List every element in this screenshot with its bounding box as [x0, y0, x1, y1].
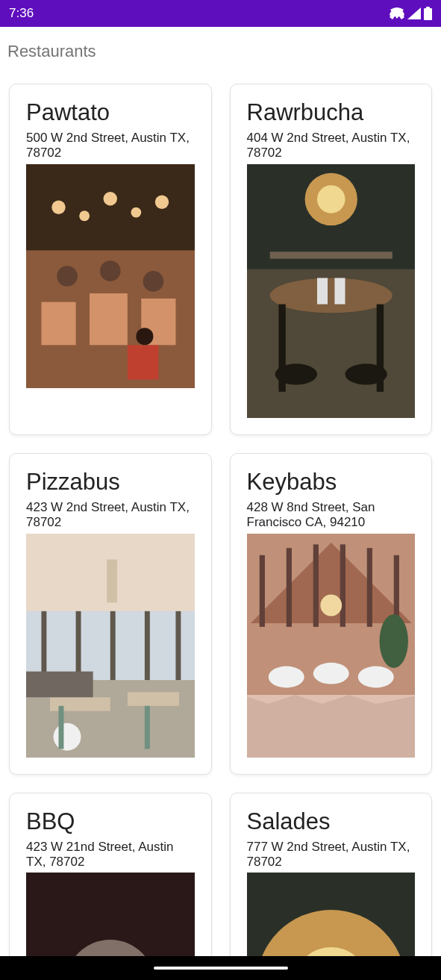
- svg-marker-53: [247, 695, 416, 758]
- svg-rect-10: [90, 293, 128, 345]
- svg-point-20: [316, 185, 345, 213]
- svg-point-5: [79, 210, 90, 221]
- svg-rect-9: [41, 302, 75, 345]
- restaurant-grid: Pawtato 500 W 2nd Street, Austin TX, 787…: [0, 69, 441, 980]
- page-title: Restaurants: [0, 27, 441, 69]
- svg-point-55: [313, 662, 348, 684]
- svg-rect-46: [259, 555, 264, 626]
- svg-point-4: [51, 200, 65, 213]
- svg-point-21: [269, 278, 392, 313]
- svg-rect-32: [41, 611, 46, 679]
- status-time: 7:36: [9, 6, 34, 21]
- svg-rect-27: [316, 278, 327, 304]
- svg-point-13: [100, 260, 121, 281]
- svg-rect-15: [128, 345, 159, 379]
- svg-rect-50: [366, 548, 372, 627]
- svg-point-25: [345, 363, 387, 384]
- restaurant-image: [26, 164, 195, 388]
- svg-rect-37: [107, 559, 117, 602]
- home-indicator[interactable]: [154, 967, 288, 970]
- svg-point-8: [155, 195, 169, 208]
- restaurant-name: Rawrbucha: [247, 99, 416, 126]
- restaurant-image: [247, 164, 416, 418]
- battery-icon: [424, 7, 432, 20]
- restaurant-name: BBQ: [26, 808, 195, 835]
- svg-rect-39: [128, 692, 179, 705]
- restaurant-address: 777 W 2nd Street, Austin TX, 78702: [247, 840, 416, 870]
- navigation-bar: [0, 956, 441, 980]
- svg-rect-42: [59, 705, 64, 749]
- restaurant-card[interactable]: Salades 777 W 2nd Street, Austin TX, 787…: [230, 793, 433, 980]
- status-bar: 7:36: [0, 0, 441, 27]
- restaurant-name: Pizzabus: [26, 469, 195, 496]
- svg-point-12: [57, 266, 78, 287]
- svg-point-57: [320, 594, 342, 616]
- restaurant-address: 423 W 2nd Street, Austin TX, 78702: [26, 500, 195, 531]
- restaurant-card[interactable]: Pizzabus 423 W 2nd Street, Austin TX, 78…: [9, 453, 212, 775]
- restaurant-image: [247, 534, 416, 758]
- restaurant-address: 423 W 21nd Street, Austin TX, 78702: [26, 840, 195, 870]
- svg-rect-34: [110, 611, 116, 679]
- svg-point-58: [379, 614, 407, 668]
- restaurant-name: Keybabs: [247, 469, 416, 496]
- restaurant-card[interactable]: BBQ 423 W 21nd Street, Austin TX, 78702: [9, 793, 212, 980]
- svg-rect-33: [76, 611, 81, 679]
- svg-point-14: [143, 271, 164, 292]
- svg-point-16: [136, 328, 153, 345]
- svg-rect-35: [145, 611, 150, 679]
- restaurant-address: 428 W 8nd Street, San Francisco CA, 9421…: [247, 500, 416, 531]
- svg-rect-49: [340, 544, 345, 626]
- svg-rect-36: [175, 611, 181, 679]
- restaurant-image: [26, 534, 195, 758]
- restaurant-address: 500 W 2nd Street, Austin TX, 78702: [26, 131, 195, 161]
- svg-rect-40: [26, 671, 93, 697]
- svg-point-56: [357, 666, 393, 687]
- svg-rect-0: [424, 8, 432, 20]
- status-icons: [390, 7, 432, 20]
- svg-rect-28: [334, 278, 345, 304]
- svg-point-41: [54, 722, 81, 750]
- wifi-icon: [390, 7, 404, 19]
- svg-rect-43: [145, 705, 150, 749]
- svg-point-7: [131, 207, 141, 217]
- svg-point-6: [104, 192, 117, 205]
- restaurant-name: Salades: [247, 808, 416, 835]
- svg-rect-26: [269, 252, 392, 258]
- restaurant-address: 404 W 2nd Street, Austin TX, 78702: [247, 131, 416, 161]
- restaurant-card[interactable]: Keybabs 428 W 8nd Street, San Francisco …: [230, 453, 433, 775]
- svg-point-54: [268, 666, 304, 687]
- svg-rect-1: [426, 7, 430, 9]
- svg-rect-47: [286, 548, 291, 627]
- svg-rect-48: [313, 544, 318, 626]
- restaurant-name: Pawtato: [26, 99, 195, 126]
- restaurant-card[interactable]: Pawtato 500 W 2nd Street, Austin TX, 787…: [9, 84, 212, 435]
- svg-point-24: [275, 363, 316, 384]
- restaurant-card[interactable]: Rawrbucha 404 W 2nd Street, Austin TX, 7…: [230, 84, 433, 435]
- signal-icon: [407, 7, 421, 19]
